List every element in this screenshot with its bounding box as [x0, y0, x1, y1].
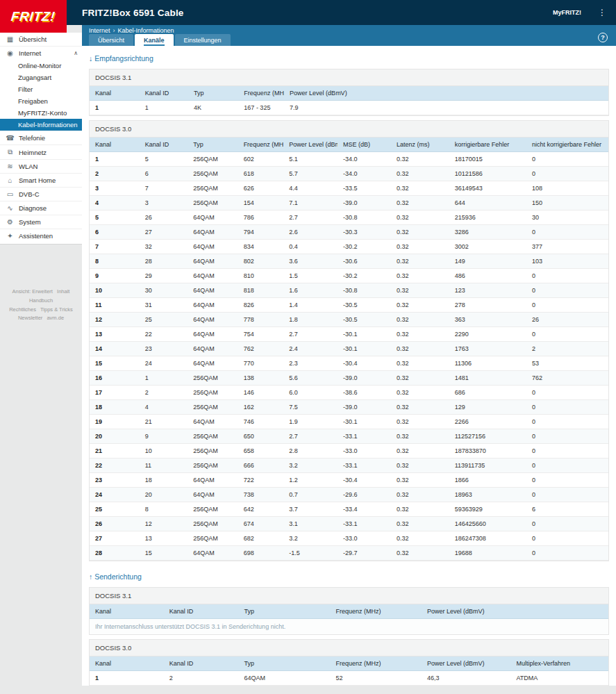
table-cell: 25 — [140, 313, 188, 327]
table-row: 184256QAM1627.5-39.00.321290 — [90, 400, 608, 415]
table-cell: 5 — [90, 210, 140, 225]
table-cell: 2 — [140, 386, 188, 400]
table-row: 192164QAM7461.9-30.10.3222660 — [90, 415, 608, 429]
column-header: Kanal ID — [140, 138, 188, 152]
table-row: 114K167 - 3257.9 — [90, 101, 608, 115]
table-cell: 7.9 — [284, 101, 608, 115]
table-cell: 2290 — [449, 327, 526, 342]
table-row: 26256QAM6185.7-34.00.32101215860 — [90, 167, 608, 181]
table-cell: 826 — [238, 298, 284, 313]
column-header: Kanal ID — [164, 604, 239, 619]
table-cell: 64QAM — [188, 313, 238, 327]
table-cell: 0.32 — [391, 371, 449, 386]
help-icon[interactable]: ? — [598, 33, 608, 42]
table-cell: 0.32 — [391, 240, 449, 254]
table-cell: 23 — [140, 342, 188, 356]
footer-link-newsletter[interactable]: Newsletter — [18, 315, 42, 321]
sidebar-item-kabel-informationen[interactable]: Kabel-Informationen — [0, 119, 82, 131]
sidebar-item-smart-home[interactable]: ⌂ Smart Home — [0, 173, 82, 187]
table-cell: 2.4 — [283, 342, 338, 356]
tx-docsis31-section: DOCSIS 3.1 KanalKanal IDTypFrequenz (MHz… — [89, 587, 609, 635]
breadcrumb: Internet›Kabel-Informationen — [82, 25, 616, 34]
overflow-menu-icon[interactable]: ⋮ — [595, 8, 609, 17]
system-icon: ⚙ — [6, 218, 15, 226]
footer-link-avmde[interactable]: avm.de — [47, 315, 64, 321]
table-cell: 2.8 — [283, 444, 338, 458]
tab-einstellungen[interactable]: Einstellungen — [175, 34, 231, 46]
smart-home-icon: ⌂ — [6, 176, 15, 184]
sidebar-item-wlan[interactable]: ≋ WLAN — [0, 159, 82, 173]
docsis31-unsupported-note: Ihr Internetanschluss unterstützt DOCSIS… — [90, 619, 608, 634]
table-cell: 3.1 — [283, 517, 338, 531]
myfritz-link[interactable]: MyFRITZ! — [553, 9, 581, 16]
table-cell: 64QAM — [188, 342, 238, 356]
footer-link-tipps[interactable]: Tipps & Tricks — [40, 306, 73, 313]
table-header-row: KanalKanal IDTypFrequenz (MHz)Power Leve… — [90, 604, 608, 619]
table-cell: 0.4 — [283, 240, 338, 254]
sidebar-item-label: Assistenten — [19, 232, 53, 240]
column-header: Frequenz (MHz) — [331, 604, 422, 619]
table-cell: 5.7 — [283, 167, 338, 181]
sidebar-item-dvb-c[interactable]: ▭ DVB-C — [0, 187, 82, 201]
sidebar-item-filter[interactable]: Filter — [0, 83, 82, 95]
table-cell: 256QAM — [188, 517, 238, 531]
table-cell: -30.4 — [338, 356, 391, 371]
sidebar-item-zugangsart[interactable]: Zugangsart — [0, 72, 82, 83]
table-cell: 18170015 — [449, 152, 526, 167]
sub-item-label: Kabel-Informationen — [18, 121, 78, 129]
table-cell: 0 — [526, 473, 608, 488]
fritz-logo[interactable]: FRITZ! — [0, 0, 67, 33]
table-cell: 64QAM — [188, 225, 238, 240]
sidebar-item-system[interactable]: ⚙ System — [0, 215, 82, 229]
table-cell: 738 — [238, 488, 284, 502]
sidebar-item-heimnetz[interactable]: ⧉ Heimnetz — [0, 144, 82, 159]
table-cell: -29.6 — [338, 488, 391, 502]
sidebar-item-telefonie[interactable]: ☎ Telefonie — [0, 131, 82, 144]
table-cell: -39.0 — [338, 196, 391, 210]
table-cell: 59363929 — [449, 502, 526, 517]
footer-link-rechtliches[interactable]: Rechtliches — [9, 306, 36, 313]
table-cell: 44,3 — [422, 686, 510, 686]
table-cell: 256QAM — [188, 196, 238, 210]
footer-link-handbuch[interactable]: Handbuch — [29, 297, 53, 304]
table-cell: 256QAM — [188, 371, 238, 386]
table-cell: -30.3 — [338, 225, 391, 240]
footer-link-inhalt[interactable]: Inhalt — [57, 288, 69, 295]
tx-docsis31-table: KanalKanal IDTypFrequenz (MHz)Power Leve… — [90, 604, 608, 619]
sub-item-label: Online-Monitor — [18, 62, 61, 69]
table-cell: 674 — [238, 517, 284, 531]
tab-label: Einstellungen — [184, 37, 222, 44]
sidebar-item-myfritz-konto[interactable]: MyFRITZ!-Konto — [0, 107, 82, 119]
sidebar-item-diagnose[interactable]: ∿ Diagnose — [0, 201, 82, 215]
tab-kanaele[interactable]: Kanäle — [135, 34, 174, 46]
footer-link-ansicht[interactable]: Ansicht: Erweitert — [13, 288, 53, 295]
table-cell: 746 — [238, 415, 284, 429]
table-cell: 4K — [188, 101, 238, 115]
sidebar-item-assistenten[interactable]: ✦ Assistenten — [0, 229, 82, 242]
table-row: 231864QAM7221.2-30.40.3218660 — [90, 473, 608, 488]
up-arrow-icon: ↑ — [89, 572, 92, 581]
table-cell: 64QAM — [188, 356, 238, 371]
table-cell: 129 — [449, 400, 526, 415]
sidebar-item-freigaben[interactable]: Freigaben — [0, 95, 82, 107]
breadcrumb-section[interactable]: Internet — [89, 27, 110, 34]
table-cell: 754 — [238, 327, 284, 342]
table-cell: 215936 — [449, 210, 526, 225]
sidebar-item-uebersicht[interactable]: ▦ Übersicht — [0, 33, 82, 46]
table-cell: ATDMA — [511, 686, 608, 686]
table-row: 1264QAM5246,3ATDMA — [90, 671, 608, 686]
sidebar-item-internet[interactable]: ◉ Internet ∧ — [0, 46, 82, 60]
rx-docsis30-table: KanalKanal IDTypFrequenz (MHz)Power Leve… — [90, 138, 608, 561]
table-cell: 0.32 — [391, 502, 449, 517]
table-cell: 46 — [331, 686, 422, 686]
table-cell: 64QAM — [188, 283, 238, 298]
sidebar-item-online-monitor[interactable]: Online-Monitor — [0, 60, 82, 72]
table-cell: 0 — [526, 546, 608, 561]
table-cell: 11 — [90, 298, 140, 313]
table-cell: 256QAM — [188, 181, 238, 196]
tab-uebersicht[interactable]: Übersicht — [89, 34, 133, 46]
table-cell: 0 — [526, 327, 608, 342]
table-cell: 0.32 — [391, 400, 449, 415]
table-cell: 0.32 — [391, 181, 449, 196]
table-cell: -30.5 — [338, 313, 391, 327]
